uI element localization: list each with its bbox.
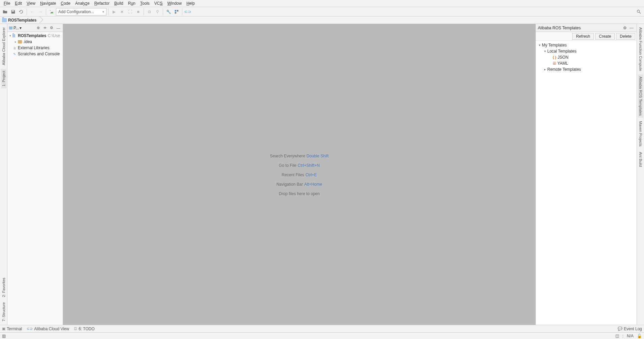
run-icon[interactable]: ▶ (110, 8, 118, 16)
editor-empty-state[interactable]: Search Everywhere Double Shift Go to Fil… (63, 24, 535, 325)
menu-analyze[interactable]: Analyze (73, 0, 92, 6)
ros-json-item[interactable]: { } JSON (536, 54, 636, 60)
tool-window-quick-access-icon[interactable]: ▥ (2, 334, 6, 338)
search-icon[interactable] (635, 8, 643, 16)
delete-button[interactable]: Delete (616, 33, 635, 40)
chevron-down-icon: ▾ (8, 34, 12, 37)
tab-event-log[interactable]: 💬 Event Log (618, 327, 642, 331)
tree-root-label: ROSTemplates (18, 33, 46, 38)
hint-recent-files: Recent Files Ctrl+E (282, 172, 317, 177)
library-icon (12, 45, 17, 50)
alibaba-icon[interactable]: ⊂⊃ (184, 8, 191, 16)
svg-point-0 (121, 11, 123, 12)
menu-code[interactable]: Code (58, 0, 73, 6)
locate-icon[interactable]: ⊕ (35, 25, 41, 31)
breadcrumb-root-label: ROSTemplates (8, 18, 36, 23)
tab-todo[interactable]: ☲ 6: TODO (74, 327, 95, 331)
open-icon[interactable] (1, 8, 9, 16)
menu-build[interactable]: Build (112, 0, 126, 6)
svg-rect-1 (175, 10, 176, 11)
menu-window[interactable]: Window (165, 0, 184, 6)
debug-icon[interactable] (118, 8, 126, 16)
ros-remote-templates[interactable]: ▸ Remote Templates (536, 66, 636, 72)
ros-yaml-item[interactable]: ☰ YAML (536, 60, 636, 66)
hide-icon[interactable]: — (628, 25, 635, 31)
left-tool-gutter: Alibaba Cloud Explorer 1: Project 2: Fav… (0, 24, 7, 325)
menu-run[interactable]: Run (126, 0, 138, 6)
tree-external-libs[interactable]: External Libraries (7, 45, 63, 51)
gear-icon[interactable]: ⚙ (622, 25, 628, 31)
status-separator: : (622, 334, 623, 338)
settings-icon[interactable]: 🔧 (165, 8, 172, 16)
tab-terminal[interactable]: ▣ Terminal (2, 327, 22, 331)
tree-scratches[interactable]: Scratches and Console (7, 51, 63, 57)
tree-root[interactable]: ▾ ROSTemplates C:\Use (7, 33, 63, 39)
create-button[interactable]: Create (595, 33, 615, 40)
ros-panel-title: Alibaba ROS Templates (538, 26, 581, 30)
attach-icon[interactable]: ⚲ (154, 8, 161, 16)
terminal-icon: ▣ (2, 327, 5, 331)
menu-help[interactable]: Help (184, 0, 197, 6)
tab-ant[interactable]: Ant Build (638, 150, 643, 169)
hide-icon[interactable]: — (55, 25, 61, 31)
collapse-icon[interactable]: ≑ (42, 25, 48, 31)
gear-icon[interactable]: ⚙ (49, 25, 55, 31)
svg-rect-2 (177, 10, 178, 11)
menu-file[interactable]: File (1, 0, 12, 6)
menu-view[interactable]: View (24, 0, 38, 6)
chevron-right-icon: ▸ (543, 68, 547, 71)
toolbar: ← → Add Configuration... ▶ ⛶ ■ ⧉ ⚲ 🔧 ⊂⊃ (0, 7, 644, 17)
tree-item-idea[interactable]: ▸ .idea (7, 39, 63, 45)
svg-rect-5 (9, 27, 13, 27)
lock-icon[interactable]: 🔓 (637, 334, 642, 338)
menu-edit[interactable]: Edit (12, 0, 24, 6)
project-view-selector[interactable]: P...▾ (9, 26, 22, 30)
tab-structure[interactable]: 7: Structure (1, 300, 6, 323)
profile-icon[interactable]: ⧉ (146, 8, 153, 16)
coverage-icon[interactable]: ⛶ (126, 8, 134, 16)
project-panel-header: P...▾ ⊕ ≑ ⚙ — (7, 24, 63, 32)
tab-function-compute[interactable]: Alibaba Function Compute (638, 25, 643, 73)
save-icon[interactable] (9, 8, 17, 16)
scratch-icon (12, 52, 17, 56)
build-icon[interactable] (48, 8, 55, 16)
tab-ros-templates[interactable]: Alibaba ROS Templates (638, 74, 643, 118)
separator (46, 8, 46, 15)
menu-refactor[interactable]: Refactor (92, 0, 112, 6)
tab-cloud-explorer[interactable]: Alibaba Cloud Explorer (1, 25, 6, 67)
breadcrumb-root[interactable]: ROSTemplates (0, 17, 40, 24)
event-log-icon: 💬 (618, 327, 622, 331)
project-structure-icon[interactable] (173, 8, 180, 16)
tree-item-label: External Libraries (18, 45, 49, 50)
main-area: Alibaba Cloud Explorer 1: Project 2: Fav… (0, 24, 644, 325)
hint-drop-files: Drop files here to open (279, 191, 319, 196)
menu-vcs[interactable]: VCS (152, 0, 165, 6)
chevron-down-icon: ▾ (537, 43, 542, 47)
menu-tools[interactable]: Tools (138, 0, 152, 6)
forward-icon[interactable]: → (37, 8, 44, 16)
tab-cloud-view[interactable]: ⊂⊃ Alibaba Cloud View (27, 327, 69, 331)
chevron-right-icon: ▸ (13, 40, 18, 43)
stop-icon[interactable]: ■ (134, 8, 142, 16)
tree-item-label: .idea (23, 39, 32, 44)
run-config-dropdown[interactable]: Add Configuration... (56, 8, 106, 16)
refresh-icon[interactable] (18, 8, 25, 16)
chevron-down-icon: ▾ (543, 50, 547, 53)
project-tree: ▾ ROSTemplates C:\Use ▸ .idea External L… (7, 32, 63, 325)
separator (144, 8, 144, 15)
menu-bar: File Edit View Navigate Code Analyze Ref… (0, 0, 644, 7)
tree-item-label: Scratches and Console (18, 52, 60, 56)
status-indicator-icon[interactable]: ◫ (615, 334, 619, 338)
right-tool-gutter: Alibaba Function Compute Alibaba ROS Tem… (637, 24, 644, 325)
back-icon[interactable]: ← (29, 8, 36, 16)
ros-local-templates[interactable]: ▾ Local Templates (536, 48, 636, 54)
refresh-button[interactable]: Refresh (572, 33, 594, 40)
menu-navigate[interactable]: Navigate (38, 0, 58, 6)
ros-my-templates[interactable]: ▾ My Templates (536, 42, 636, 48)
tab-project[interactable]: 1: Project (1, 69, 6, 88)
tab-favorites[interactable]: 2: Favorites (1, 276, 6, 299)
tab-maven[interactable]: Maven Projects (638, 119, 643, 149)
separator (163, 8, 163, 15)
hint-nav-bar: Navigation Bar Alt+Home (276, 181, 322, 187)
svg-rect-3 (175, 12, 176, 13)
